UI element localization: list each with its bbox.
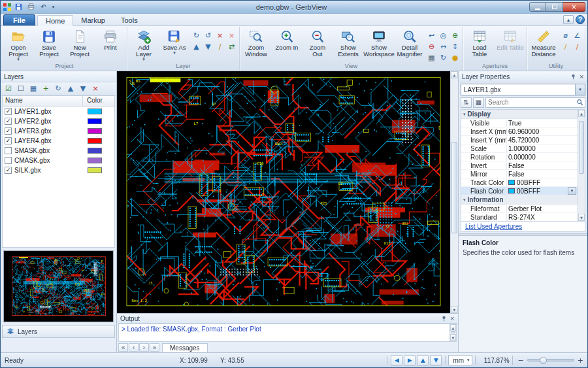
property-row[interactable]: Flash Color00BFFF▾: [461, 187, 578, 195]
markup-pen-yellow-icon[interactable]: ∕: [560, 41, 571, 52]
layer-color-swatch[interactable]: [88, 128, 102, 134]
load-table-button[interactable]: Load Table: [465, 27, 495, 61]
layer-visible-checkbox[interactable]: ✓: [5, 137, 12, 144]
scroll-up-icon[interactable]: ▲: [578, 110, 585, 117]
zoom-less-icon[interactable]: ⊖: [426, 41, 437, 52]
scrollbar-thumb[interactable]: [451, 142, 457, 233]
save-as-button[interactable]: Save As ▾: [159, 27, 189, 61]
check-all-layers-icon[interactable]: ☑: [3, 83, 14, 94]
zoom-out-icon[interactable]: −: [518, 356, 524, 365]
delete-layer-icon[interactable]: ×: [90, 83, 101, 94]
qat-save-button[interactable]: [13, 2, 24, 12]
tab-markup[interactable]: Markup: [73, 14, 113, 25]
property-row[interactable]: Scale1.000000: [461, 144, 578, 153]
property-row[interactable]: StandardRS-274X: [461, 213, 578, 221]
minimize-ribbon-button[interactable]: ▴: [563, 15, 574, 24]
scrollbar-thumb[interactable]: [451, 331, 455, 333]
tab-messages[interactable]: Messages: [162, 343, 208, 352]
sort-alphabetical-icon[interactable]: ⇅: [461, 97, 472, 108]
unload-layer-icon[interactable]: ×: [214, 30, 225, 41]
reload-layers-icon[interactable]: ↻: [52, 83, 64, 94]
layer-visible-checkbox[interactable]: [5, 157, 12, 164]
zoom-slider[interactable]: − +: [518, 356, 583, 365]
first-page-icon[interactable]: «: [118, 343, 128, 352]
property-row[interactable]: Insert Y (mm)45.720000: [461, 136, 578, 144]
redraw-icon[interactable]: ↻: [438, 52, 449, 63]
help-button[interactable]: ?: [576, 15, 585, 24]
layers-bottom-tab[interactable]: Layers: [2, 325, 115, 338]
close-panel-icon[interactable]: ×: [449, 315, 455, 322]
layer-row[interactable]: ✓LAYER3.gbx: [3, 126, 114, 136]
add-layer-icon[interactable]: +: [40, 83, 52, 94]
chevron-down-icon[interactable]: ▾: [575, 84, 585, 95]
edit-layer-icon[interactable]: ∕: [214, 41, 225, 52]
list-used-apertures-link[interactable]: List Used Apertures: [465, 223, 522, 230]
maximize-button[interactable]: [546, 2, 563, 12]
property-row[interactable]: Insert X (mm)60.960000: [461, 127, 578, 136]
property-row[interactable]: InvertFalse: [461, 161, 578, 170]
overview-canvas[interactable]: [9, 255, 108, 318]
qat-dropdown-icon[interactable]: ▾: [50, 5, 56, 10]
layer-row[interactable]: ✓LAYER2.gbx: [3, 116, 114, 126]
property-row[interactable]: MirrorFalse: [461, 170, 578, 178]
properties-scrollbar[interactable]: ▲ ▼: [578, 110, 585, 221]
scroll-up-icon[interactable]: ▲: [451, 71, 458, 78]
pan-left-icon[interactable]: ◀: [391, 355, 402, 366]
new-project-button[interactable]: New Project: [65, 27, 95, 61]
move-layer-up-icon[interactable]: ▲: [191, 41, 202, 52]
column-header-name[interactable]: Name: [3, 96, 83, 106]
scroll-down-icon[interactable]: ▼: [450, 334, 456, 341]
zoom-out-button[interactable]: Zoom Out: [302, 27, 333, 61]
property-category[interactable]: ▾Display: [461, 110, 578, 119]
uncheck-all-layers-icon[interactable]: ☐: [15, 83, 27, 94]
property-row[interactable]: VisibleTrue: [461, 119, 578, 127]
move-up-icon[interactable]: ▲: [65, 83, 76, 94]
move-layer-down-icon[interactable]: ▼: [203, 41, 214, 52]
layer-visible-checkbox[interactable]: ✓: [5, 118, 12, 125]
move-down-icon[interactable]: ▼: [77, 83, 89, 94]
zoom-window-button[interactable]: Zoom Window: [241, 27, 271, 61]
layer-visible-checkbox[interactable]: ✓: [5, 167, 12, 174]
output-scrollbar[interactable]: ▲ ▼: [449, 324, 456, 341]
tab-file[interactable]: File: [3, 14, 35, 25]
layer-color-swatch[interactable]: [88, 158, 102, 163]
invert-checks-icon[interactable]: ▦: [27, 83, 39, 94]
markup-pen-orange-icon[interactable]: ∕: [572, 41, 583, 52]
show-extents-button[interactable]: Show Extents: [333, 27, 363, 61]
unload-all-layers-icon[interactable]: ×: [226, 30, 237, 41]
search-input[interactable]: [486, 99, 576, 106]
layer-row[interactable]: CMASK.gbx: [3, 156, 114, 165]
layer-row[interactable]: ✓LAYER4.gbx: [3, 136, 114, 146]
zoom-in-icon[interactable]: +: [578, 356, 583, 365]
scroll-down-icon[interactable]: ▼: [578, 214, 585, 221]
layer-selector-combo[interactable]: LAYER1.gbx ▾: [461, 84, 585, 95]
qat-undo-button[interactable]: ↶: [38, 2, 49, 12]
scrollbar-thumb[interactable]: [579, 121, 584, 174]
zoom-selection-icon[interactable]: ◎: [438, 30, 449, 41]
layer-row[interactable]: SMASK.gbx: [3, 146, 114, 156]
zoom-all-icon[interactable]: ⊕: [449, 30, 461, 41]
reload-layer-icon[interactable]: ↻: [191, 30, 202, 41]
layer-visible-checkbox[interactable]: ✓: [5, 127, 12, 135]
scroll-up-icon[interactable]: ▲: [450, 324, 456, 331]
add-layer-button[interactable]: Add Layer ▾: [129, 27, 159, 63]
layer-row[interactable]: ✓LAYER1.gbx: [3, 107, 114, 116]
gerber-viewport[interactable]: [117, 71, 450, 313]
property-row[interactable]: FileformatGerber Plot: [461, 205, 578, 213]
qat-print-button[interactable]: [25, 2, 37, 12]
zoom-previous-icon[interactable]: ↩: [426, 30, 437, 41]
last-page-icon[interactable]: »: [150, 343, 159, 352]
column-header-color[interactable]: Color: [83, 96, 114, 106]
pan-down-icon[interactable]: ▼: [430, 355, 442, 366]
detail-magnifier-button[interactable]: Detail Magnifier: [395, 27, 425, 61]
layer-color-swatch[interactable]: [88, 109, 102, 114]
tab-tools[interactable]: Tools: [113, 14, 146, 25]
layer-row[interactable]: ✓SILK.gbx: [3, 165, 114, 175]
close-button[interactable]: ×: [563, 2, 585, 12]
zoom-in-button[interactable]: Zoom In: [272, 27, 302, 61]
layer-color-swatch[interactable]: [88, 167, 102, 173]
close-panel-icon[interactable]: ×: [579, 73, 584, 80]
zoom-slider-track[interactable]: [527, 359, 574, 361]
pin-icon[interactable]: [441, 316, 447, 322]
pin-icon[interactable]: [570, 74, 576, 80]
